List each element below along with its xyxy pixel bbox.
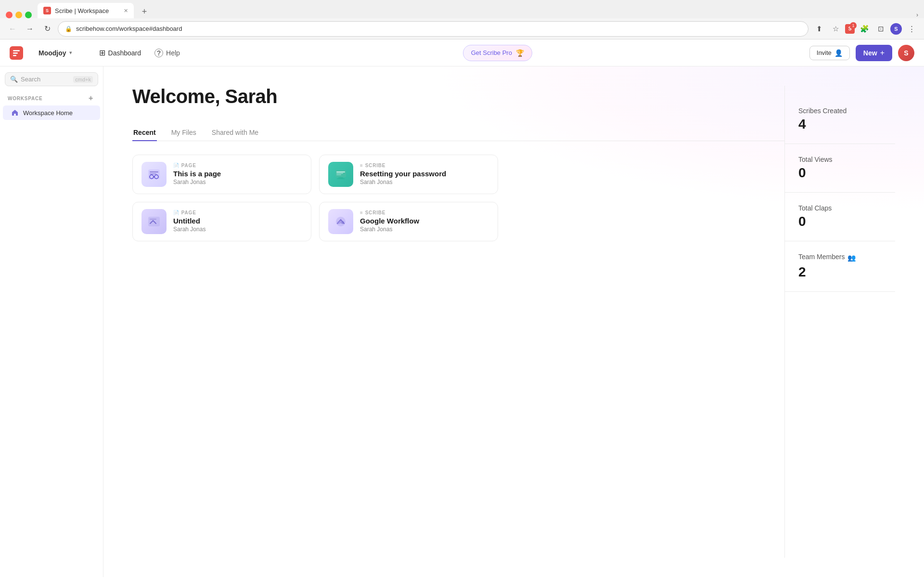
file-type-label: ≡ SCRIBE xyxy=(360,210,489,215)
nav-dashboard[interactable]: ⊞ Dashboard xyxy=(93,45,147,60)
workspace-chevron-icon: ▾ xyxy=(69,50,72,56)
svg-rect-9 xyxy=(154,176,154,177)
file-author-page-glasses: Sarah Jonas xyxy=(173,179,302,185)
app-header: Moodjoy ▾ ⊞ Dashboard ? Help Get Scribe … xyxy=(0,39,924,66)
scribe-type-icon-2: ≡ xyxy=(360,210,363,215)
workspace-home-label: Workspace Home xyxy=(23,109,73,117)
new-label: New xyxy=(863,49,877,57)
browser-address-bar[interactable]: 🔒 scribehow.com/workspace#dashboard xyxy=(58,21,808,37)
tab-shared[interactable]: Shared with Me xyxy=(211,125,259,141)
svg-rect-6 xyxy=(150,173,156,174)
browser-more-button[interactable]: ⋮ xyxy=(905,22,918,36)
browser-forward-button[interactable]: → xyxy=(23,22,37,36)
invite-button[interactable]: Invite 👤 xyxy=(809,46,850,60)
file-thumbnail-page-glasses xyxy=(141,162,167,187)
invite-label: Invite xyxy=(817,49,832,56)
file-author-scribe-password: Sarah Jonas xyxy=(360,179,489,185)
workspace-add-button[interactable]: + xyxy=(87,94,95,103)
tab-title: Scribe | Workspace xyxy=(55,7,120,14)
file-thumbnail-scribe-monitor xyxy=(328,162,353,187)
tab-my-files[interactable]: My Files xyxy=(170,125,197,141)
tab-close-button[interactable]: ✕ xyxy=(124,8,128,14)
get-scribe-pro-button[interactable]: Get Scribe Pro 🏆 xyxy=(463,45,532,61)
scribe-type-icon: ≡ xyxy=(360,163,363,168)
stat-total-views: Total Views 0 xyxy=(785,144,895,193)
stat-team-members-label: Team Members xyxy=(798,253,845,261)
team-members-icon: 👥 xyxy=(847,254,856,262)
nav-dashboard-label: Dashboard xyxy=(108,49,141,57)
tab-favicon: S xyxy=(43,7,51,14)
browser-toolbar: ← → ↻ 🔒 scribehow.com/workspace#dashboar… xyxy=(0,18,924,39)
page-type-icon: 📄 xyxy=(173,163,180,168)
tab-list-chevron[interactable]: › xyxy=(916,12,918,18)
file-thumbnail-scribe-balance xyxy=(328,209,353,234)
svg-rect-16 xyxy=(336,174,341,175)
file-card-scribe-google[interactable]: ≡ SCRIBE Google Workflow Sarah Jonas xyxy=(319,202,498,241)
user-avatar[interactable]: S xyxy=(898,45,914,61)
stat-total-claps-label: Total Claps xyxy=(798,204,832,212)
sidebar-item-workspace-home[interactable]: Workspace Home xyxy=(3,105,100,120)
ssl-lock-icon: 🔒 xyxy=(65,26,72,32)
minimize-window-button[interactable] xyxy=(15,12,22,18)
scribe-extension-button[interactable]: S xyxy=(845,24,855,34)
get-pro-label: Get Scribe Pro xyxy=(471,49,512,56)
sidebar: 🔍 Search cmd+k WORKSPACE + Workspace Hom… xyxy=(0,66,103,577)
svg-rect-22 xyxy=(340,220,341,223)
trophy-icon: 🏆 xyxy=(516,49,524,57)
active-browser-tab[interactable]: S Scribe | Workspace ✕ xyxy=(38,3,134,18)
app-wrapper: Moodjoy ▾ ⊞ Dashboard ? Help Get Scribe … xyxy=(0,39,924,577)
stat-scribes-created-label: Scribes Created xyxy=(798,107,847,115)
tab-recent[interactable]: Recent xyxy=(132,125,157,141)
svg-rect-15 xyxy=(336,173,343,174)
browser-layout-button[interactable]: ⊡ xyxy=(874,22,887,36)
new-plus-icon: + xyxy=(880,49,885,57)
svg-rect-14 xyxy=(336,171,345,172)
scribe-extension-icon: S xyxy=(845,24,855,34)
maximize-window-button[interactable] xyxy=(25,12,32,18)
close-window-button[interactable] xyxy=(6,12,13,18)
browser-profile-button[interactable]: S xyxy=(890,23,902,35)
browser-extensions-button[interactable]: 🧩 xyxy=(858,22,871,36)
help-icon: ? xyxy=(154,49,163,57)
file-info-scribe-password: ≡ SCRIBE Resetting your password Sarah J… xyxy=(360,163,489,185)
stat-team-members: Team Members 👥 2 xyxy=(785,241,895,292)
main-content: Welcome, Sarah Recent My Files Shared wi… xyxy=(103,66,924,577)
browser-refresh-button[interactable]: ↻ xyxy=(40,22,54,36)
svg-rect-1 xyxy=(13,50,20,52)
stat-scribes-created: Scribes Created 4 xyxy=(785,95,895,144)
stat-scribes-created-value: 4 xyxy=(798,117,847,132)
tabs-row: Recent My Files Shared with Me xyxy=(132,125,784,141)
search-icon: 🔍 xyxy=(10,76,18,83)
files-grid: 📄 PAGE This is a page Sarah Jonas xyxy=(132,155,498,241)
header-nav: ⊞ Dashboard ? Help xyxy=(93,45,186,60)
browser-back-button[interactable]: ← xyxy=(6,22,19,36)
browser-toolbar-actions: ⬆ ☆ S 🧩 ⊡ S ⋮ xyxy=(812,22,918,36)
file-author-scribe-google: Sarah Jonas xyxy=(360,226,489,233)
svg-rect-5 xyxy=(150,171,158,172)
file-card-page-untitled[interactable]: 📄 PAGE Untitled Sarah Jonas xyxy=(132,202,311,241)
browser-url: scribehow.com/workspace#dashboard xyxy=(76,25,801,32)
workspace-selector[interactable]: Moodjoy ▾ xyxy=(35,47,76,59)
search-box[interactable]: 🔍 Search cmd+k xyxy=(5,72,98,86)
scribe-logo-icon xyxy=(10,46,23,60)
app-logo xyxy=(10,46,23,60)
file-info-page-untitled: 📄 PAGE Untitled Sarah Jonas xyxy=(173,210,302,233)
file-name-scribe-google: Google Workflow xyxy=(360,217,489,225)
file-thumbnail-page-arrow xyxy=(141,209,167,234)
file-info-scribe-google: ≡ SCRIBE Google Workflow Sarah Jonas xyxy=(360,210,489,233)
browser-window-controls xyxy=(6,12,32,18)
browser-bookmark-button[interactable]: ☆ xyxy=(829,22,842,36)
nav-help-label: Help xyxy=(166,49,180,57)
file-card-page-glasses[interactable]: 📄 PAGE This is a page Sarah Jonas xyxy=(132,155,311,194)
stat-team-members-value: 2 xyxy=(798,264,806,280)
new-button[interactable]: New + xyxy=(856,45,892,61)
new-tab-button[interactable]: + xyxy=(138,5,151,18)
stat-total-views-value: 0 xyxy=(798,165,833,181)
file-card-scribe-password[interactable]: ≡ SCRIBE Resetting your password Sarah J… xyxy=(319,155,498,194)
search-shortcut: cmd+k xyxy=(73,76,93,83)
workspace-name: Moodjoy xyxy=(38,49,66,57)
file-info-page-glasses: 📄 PAGE This is a page Sarah Jonas xyxy=(173,163,302,185)
browser-upload-button[interactable]: ⬆ xyxy=(812,22,826,36)
nav-help[interactable]: ? Help xyxy=(149,46,186,60)
stat-total-claps-value: 0 xyxy=(798,214,832,229)
